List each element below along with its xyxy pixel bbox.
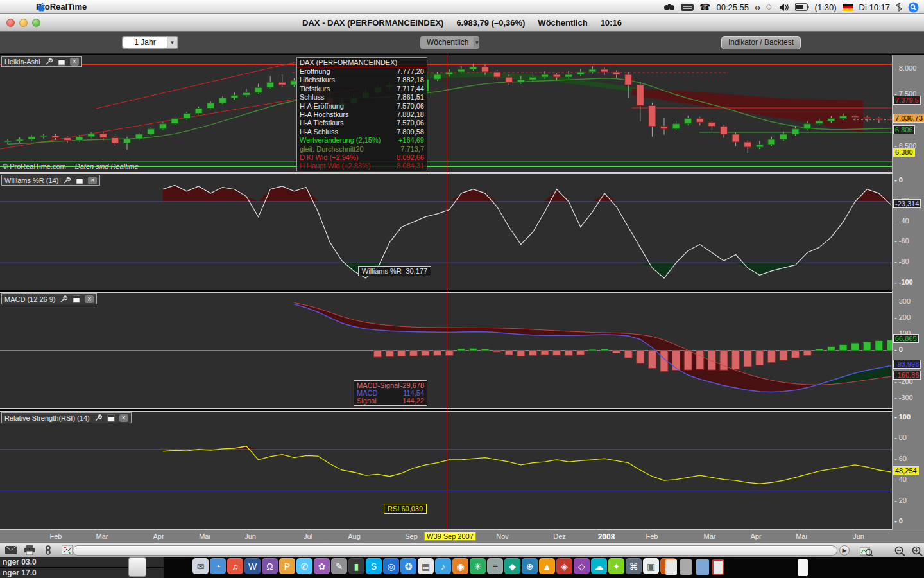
tooltip-row-value: 7.717,44 [397,85,424,93]
dock-icon-globe[interactable]: ❂ [400,558,416,574]
tooltip-row-value: 8.092,66 [397,153,424,162]
dock-icon-skype[interactable]: S [366,558,382,574]
link-icon[interactable] [40,545,56,556]
apple-menu-icon[interactable] [36,2,46,12]
copy-window-icon[interactable] [75,177,84,184]
wrench-icon[interactable] [44,58,53,66]
close-icon[interactable]: × [85,295,94,303]
dock-icon-notes[interactable]: ▣ [643,558,659,574]
dock-icon-office-tool[interactable]: Ω [262,558,278,574]
time-axis-label: Mai [199,532,210,540]
keyboard-viewer-icon[interactable] [681,3,694,12]
time-axis-label: 2008 [598,532,615,541]
window-title-bar[interactable]: DAX - DAX (PERFORMANCEINDEX)6.983,79 (–0… [0,14,924,32]
close-icon[interactable]: × [88,177,97,184]
macd-row-value: 144,22 [402,397,424,405]
dock-icon-network[interactable]: ⊕ [522,558,538,574]
time-axis-label: Feb [50,532,62,540]
time-axis-label: Mär [96,532,108,540]
menu-clock[interactable]: Di 10:17 [859,3,890,12]
dock-icon-terminal[interactable]: ▮ [348,558,364,574]
tooltip-row: H-A Eröffnung7.570,06 [297,102,427,110]
dock-area: nger 03.0 nger 17.0 ✉◔♫WΩP✆✿✎▮S◎❂▤♪◉✳≡◆⊕… [0,557,924,578]
axis-value-box: 7.036,73 [893,114,924,123]
dock-icon-purple-app[interactable]: ◇ [574,558,590,574]
crosshair-vertical-line [447,55,447,543]
input-switch-icon[interactable]: ‹·› [755,3,759,12]
main-panel-title: Heikin-Ashi [4,58,40,66]
dock-icon-chat[interactable]: ✆ [296,558,312,574]
scroll-right-button[interactable]: ▶ [839,545,850,556]
window-close-button[interactable] [6,19,15,27]
spotlight-icon[interactable] [908,2,919,13]
axis-tick-label: - 100 [894,413,911,421]
axis-value-box: -160,86 [893,371,921,380]
dock-icon-amber-app[interactable]: ▲ [539,558,555,574]
dock-icon-lime-app[interactable]: ✦ [608,558,624,574]
timeframe-dropdown[interactable]: Wöchentlich ▼ [420,36,479,49]
dock-icon-word-processor[interactable]: W [244,558,261,574]
wrench-icon[interactable] [94,414,103,422]
battery-icon[interactable] [795,3,809,11]
dock-icon-browser-2[interactable]: ◎ [383,558,399,574]
tooltip-row-label: H-A Schluss [300,128,338,136]
dock-icon-mail[interactable]: ✉ [193,558,209,574]
horizontal-scrollbar[interactable] [73,545,837,556]
close-icon[interactable]: × [70,58,79,66]
tooltip-row-value: 7.882,18 [397,76,424,84]
macd-row-value: -29,678 [400,381,424,389]
dock-icon-photos[interactable]: ✿ [314,558,330,574]
search-binoculars-icon[interactable] [663,3,675,12]
dock-icon-red-app[interactable]: ◈ [556,558,572,574]
axis-tick-label: - -40 [894,217,909,225]
window-zoom-button[interactable] [32,19,40,27]
zoom-out-icon[interactable] [892,545,907,557]
copy-window-icon[interactable] [72,295,81,303]
rsi-panel-canvas[interactable] [0,411,892,530]
window-fragment-tile [696,559,709,575]
dock-icon-music-store[interactable]: ♫ [227,558,243,574]
axis-tick-label: - 0 [894,517,903,525]
dock-icon-teal-app[interactable]: ◆ [504,558,520,574]
shapes-menu-icon[interactable]: ♢ [765,2,773,12]
range-dropdown[interactable]: 1 Jahr ▼ [122,36,178,49]
zoom-in-icon[interactable] [909,545,924,557]
dock-icon-editor[interactable]: ✎ [331,558,347,574]
dock-icon-browser[interactable]: ◔ [210,558,226,574]
axis-tick-label: - -80 [894,258,909,265]
macd-panel-title: MACD (12 26 9) [4,295,55,303]
dock-icon-list-app[interactable]: ≡ [487,558,503,574]
axis-tick-label: - 8.000 [894,64,916,72]
wrench-icon[interactable] [59,295,68,303]
dock-icon-green-app[interactable]: ✳ [470,558,486,574]
main-chart-canvas[interactable] [0,55,892,173]
dock-icon-weather[interactable]: ☁ [591,558,607,574]
time-axis-highlight: W39 Sep 2007 [424,532,476,541]
macd-panel-canvas[interactable] [0,292,892,409]
dock-icon-utility[interactable]: ⌘ [626,558,642,574]
wrench-icon[interactable] [62,177,71,184]
title-price: 6.983,79 (–0,36%) [456,18,525,28]
close-icon[interactable]: × [119,414,128,422]
indicator-backtest-button[interactable]: Indikator / Backtest [721,36,801,49]
dock-icon-pages[interactable]: P [279,558,295,574]
fragment-scrollbar[interactable] [128,557,146,577]
price-axis[interactable]: - 8.000- 7.500- 6.5007.379,57.036,736.80… [892,55,924,543]
copy-window-icon[interactable] [57,58,66,66]
time-axis[interactable]: W39 Sep 2007 FebMärAprMaiJunJulAugSepNov… [0,530,924,543]
window-minimize-button[interactable] [19,19,28,27]
mail-chart-icon[interactable] [3,545,19,556]
copy-window-icon[interactable] [107,414,116,422]
bluetooth-icon[interactable] [896,3,902,12]
chart-zoom-tool-icon[interactable] [859,545,874,557]
time-axis-label: Sep [405,532,418,540]
dock-icon-itunes[interactable]: ♪ [435,558,451,574]
williams-panel-canvas[interactable] [0,173,892,290]
german-flag-icon[interactable] [843,4,853,11]
volume-icon[interactable] [779,3,789,12]
dock-icon-media[interactable]: ◉ [452,558,468,574]
main-panel-header: Heikin-Ashi × [1,56,82,67]
phone-call-icon[interactable]: ☎ [699,2,710,12]
dock-icon-documents[interactable]: ▤ [418,558,434,574]
print-icon[interactable] [22,545,37,556]
